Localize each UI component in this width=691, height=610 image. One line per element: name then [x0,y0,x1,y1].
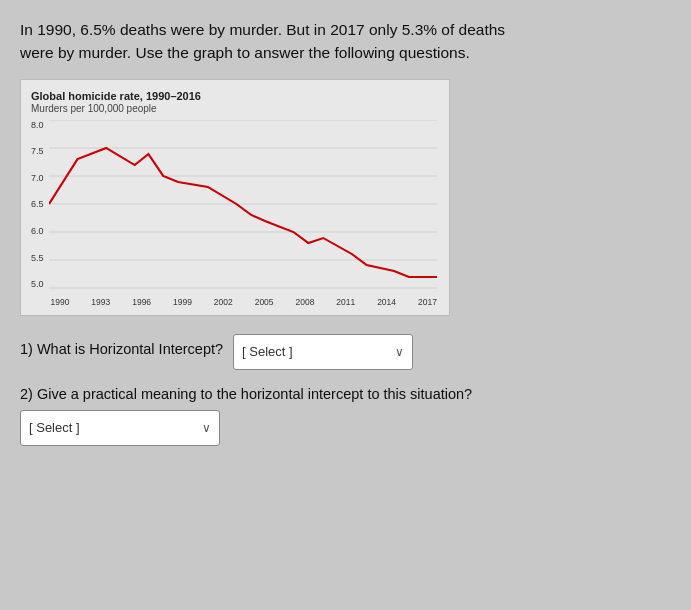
y-axis-label: 5.5 [31,253,44,263]
x-axis-label: 2014 [377,297,396,307]
x-axis-label: 1990 [51,297,70,307]
question-1-block: 1) What is Horizontal Intercept? [ Selec… [20,334,671,370]
x-axis-label: 2011 [336,297,355,307]
chart-svg: 1990199319961999200220052008201120142017 [49,120,437,307]
x-axis-label: 2008 [295,297,314,307]
x-axis-label: 1999 [173,297,192,307]
question-1-text: 1) What is Horizontal Intercept? [20,341,223,357]
y-axis-label: 7.5 [31,146,44,156]
chart-area: 8.07.57.06.56.05.55.0 199019931996199920… [31,120,437,307]
question-1-select[interactable]: [ Select ] ∨ [233,334,413,370]
chart-title: Global homicide rate, 1990–2016 [31,90,437,102]
x-axis-label: 2002 [214,297,233,307]
question-2-text: 2) Give a practical meaning to the horiz… [20,386,671,402]
question-1-dropdown-arrow: ∨ [395,345,404,359]
x-axis-label: 1993 [91,297,110,307]
question-2-block: 2) Give a practical meaning to the horiz… [20,386,671,446]
y-axis-label: 5.0 [31,279,44,289]
question-2-select-label: [ Select ] [29,420,194,435]
chart-container: Global homicide rate, 1990–2016 Murders … [20,79,450,316]
question-2-select[interactable]: [ Select ] ∨ [20,410,220,446]
intro-text-line1: In 1990, 6.5% deaths were by murder. But… [20,21,505,38]
question-2-dropdown-arrow: ∨ [202,421,211,435]
y-axis: 8.07.57.06.56.05.55.0 [31,120,49,290]
chart-subtitle: Murders per 100,000 people [31,103,437,114]
question-1-select-label: [ Select ] [242,344,387,359]
question-2-select-row: [ Select ] ∨ [20,410,671,446]
y-axis-label: 6.0 [31,226,44,236]
x-axis-labels: 1990199319961999200220052008201120142017 [49,297,437,307]
question-1-row: 1) What is Horizontal Intercept? [ Selec… [20,334,671,370]
y-axis-label: 6.5 [31,199,44,209]
y-axis-label: 8.0 [31,120,44,130]
intro-text-line2: were by murder. Use the graph to answer … [20,44,470,61]
y-axis-label: 7.0 [31,173,44,183]
intro-line1: In 1990, 6.5% deaths were by murder. But… [20,18,671,65]
x-axis-label: 2005 [255,297,274,307]
x-axis-label: 1996 [132,297,151,307]
x-axis-label: 2017 [418,297,437,307]
